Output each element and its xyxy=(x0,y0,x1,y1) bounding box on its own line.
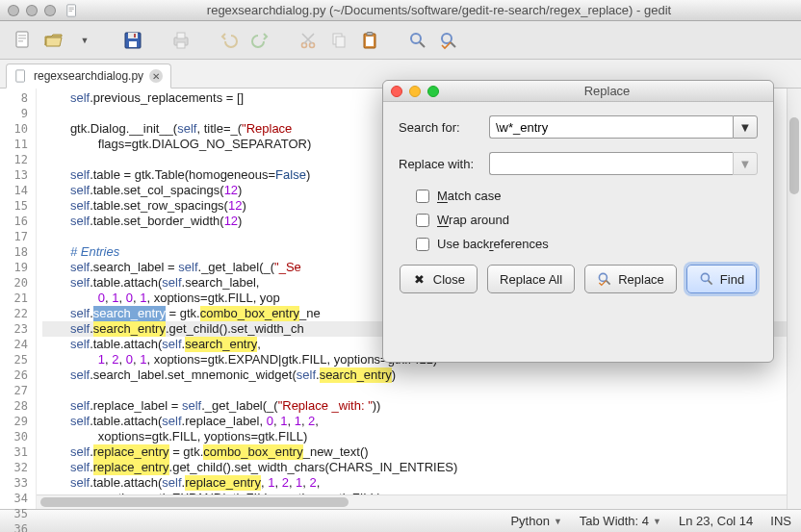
search-for-combo: ▼ xyxy=(489,115,758,139)
undo-button[interactable] xyxy=(216,27,243,54)
undo-icon xyxy=(220,31,239,50)
svg-point-27 xyxy=(600,273,607,281)
find-button[interactable] xyxy=(404,27,431,54)
line-number-gutter: 8910111213141516171819202122232425262728… xyxy=(0,89,37,509)
chevron-down-icon: ▼ xyxy=(653,517,661,526)
minimize-window-icon[interactable] xyxy=(26,5,38,16)
vertical-scrollbar[interactable] xyxy=(787,89,801,509)
insert-mode[interactable]: INS xyxy=(770,514,791,528)
language-label: Python xyxy=(510,514,549,528)
svg-rect-21 xyxy=(366,37,374,46)
scissors-icon xyxy=(298,31,318,50)
floppy-save-icon xyxy=(122,30,143,51)
print-button[interactable] xyxy=(168,27,194,54)
replace-with-combo: ▼ xyxy=(489,152,758,175)
zoom-window-icon[interactable] xyxy=(44,5,56,16)
button-label: Close xyxy=(433,272,465,287)
horizontal-scrollbar[interactable] xyxy=(37,494,787,509)
tab-document[interactable]: regexsearchdialog.py ✕ xyxy=(6,63,171,89)
save-button[interactable] xyxy=(119,27,146,54)
tabwidth-label: Tab Width: 4 xyxy=(580,514,649,528)
svg-line-28 xyxy=(607,281,610,285)
backreferences-checkbox[interactable] xyxy=(416,238,429,251)
minimize-window-icon[interactable] xyxy=(409,86,421,97)
document-icon xyxy=(14,69,28,83)
search-history-dropdown[interactable]: ▼ xyxy=(733,115,758,139)
svg-point-16 xyxy=(310,42,315,47)
find-replace-button[interactable] xyxy=(435,27,462,54)
replace-history-dropdown[interactable]: ▼ xyxy=(733,152,758,175)
printer-icon xyxy=(170,30,192,51)
chevron-down-icon: ▼ xyxy=(554,517,562,526)
dialog-title: Replace xyxy=(449,84,765,98)
button-label: Replace All xyxy=(500,272,562,287)
button-label: Find xyxy=(720,272,744,287)
svg-rect-4 xyxy=(16,32,28,47)
copy-button[interactable] xyxy=(325,27,352,54)
search-icon xyxy=(408,31,427,50)
replace-all-button[interactable]: Replace All xyxy=(487,265,575,293)
search-for-label: Search for: xyxy=(399,120,489,135)
svg-rect-18 xyxy=(336,37,345,47)
titlebar: regexsearchdialog.py (~/Documents/softwa… xyxy=(0,0,801,21)
svg-rect-7 xyxy=(18,40,23,42)
svg-rect-20 xyxy=(367,32,373,35)
replace-with-input[interactable] xyxy=(489,152,733,175)
wrap-around-checkbox[interactable] xyxy=(416,214,429,227)
close-window-icon[interactable] xyxy=(8,5,19,16)
find-button[interactable]: Find xyxy=(686,265,757,293)
close-tab-icon[interactable]: ✕ xyxy=(149,69,163,83)
new-button[interactable] xyxy=(10,27,37,54)
scroll-thumb[interactable] xyxy=(789,117,799,194)
svg-rect-14 xyxy=(177,42,185,48)
match-case-label: Match case xyxy=(437,189,502,203)
folder-open-icon xyxy=(43,30,65,51)
svg-rect-9 xyxy=(128,33,138,38)
svg-line-25 xyxy=(451,42,455,47)
svg-line-23 xyxy=(420,42,425,47)
wrap-around-label: Wrap around xyxy=(437,213,509,227)
window-title: regexsearchdialog.py (~/Documents/softwa… xyxy=(85,3,793,17)
scroll-thumb[interactable] xyxy=(40,497,349,507)
copy-icon xyxy=(329,31,349,50)
open-button[interactable] xyxy=(40,27,67,54)
svg-rect-5 xyxy=(18,35,26,37)
find-replace-icon xyxy=(439,31,458,50)
find-replace-icon xyxy=(597,271,612,287)
svg-rect-1 xyxy=(69,7,74,8)
tabwidth-selector[interactable]: Tab Width: 4▼ xyxy=(580,514,661,528)
chevron-down-icon: ▼ xyxy=(739,157,752,171)
document-icon xyxy=(65,4,79,17)
replace-dialog: Replace Search for: ▼ Replace with: ▼ Ma… xyxy=(382,80,774,363)
open-menu-button[interactable]: ▼ xyxy=(71,27,98,54)
status-bar: Python▼ Tab Width: 4▼ Ln 23, Col 14 INS xyxy=(0,509,801,532)
redo-icon xyxy=(250,31,270,50)
svg-point-15 xyxy=(302,42,307,47)
svg-rect-6 xyxy=(18,38,26,39)
language-selector[interactable]: Python▼ xyxy=(510,514,561,528)
cursor-label: Ln 23, Col 14 xyxy=(679,514,753,528)
close-icon: ✖ xyxy=(412,271,427,287)
mode-label: INS xyxy=(770,514,791,528)
svg-line-30 xyxy=(708,281,711,285)
close-button[interactable]: ✖Close xyxy=(400,265,478,293)
dialog-titlebar: Replace xyxy=(383,81,773,102)
zoom-window-icon[interactable] xyxy=(427,86,439,97)
search-icon xyxy=(699,271,714,287)
svg-rect-26 xyxy=(16,70,25,82)
main-toolbar: ▼ xyxy=(0,21,801,60)
redo-button[interactable] xyxy=(246,27,273,54)
clipboard-icon xyxy=(360,31,379,50)
paste-button[interactable] xyxy=(356,27,383,54)
svg-rect-13 xyxy=(177,33,185,38)
chevron-down-icon: ▼ xyxy=(739,120,752,135)
match-case-checkbox[interactable] xyxy=(416,190,429,203)
replace-button[interactable]: Replace xyxy=(584,265,677,293)
cursor-position: Ln 23, Col 14 xyxy=(679,514,753,528)
dialog-window-controls xyxy=(391,86,439,97)
search-for-input[interactable] xyxy=(489,115,733,139)
close-window-icon[interactable] xyxy=(391,86,402,97)
cut-button[interactable] xyxy=(295,27,322,54)
svg-point-22 xyxy=(411,34,421,43)
button-label: Replace xyxy=(618,272,664,287)
